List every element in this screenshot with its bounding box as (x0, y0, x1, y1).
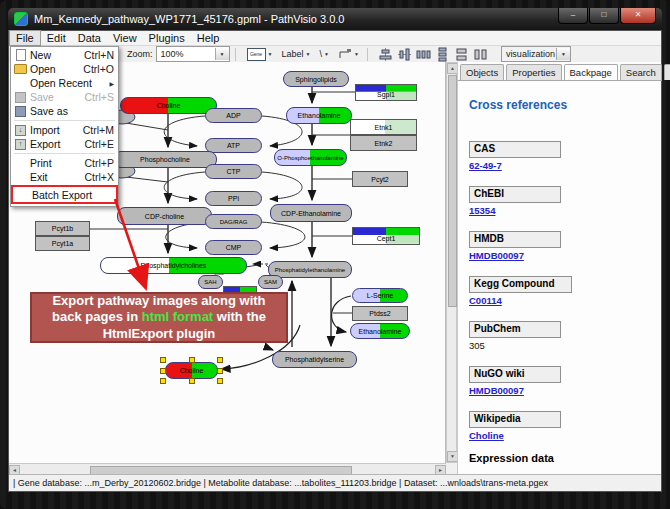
align-center-icon[interactable] (379, 48, 392, 61)
menu-item-label: Export (30, 138, 60, 150)
zoom-label: Zoom: (127, 49, 153, 59)
node-phosphatidylcholines[interactable]: Phosphatidylcholines (100, 257, 247, 274)
minimize-button[interactable]: – (558, 8, 588, 24)
chevron-down-icon: ▼ (268, 51, 273, 57)
menu-item-exit[interactable]: Exit Ctrl+X (11, 170, 118, 184)
node-sphingolipids[interactable]: Sphingolipids (283, 71, 349, 87)
selection-handle[interactable] (217, 368, 223, 374)
link-hmdb[interactable]: HMDB00097 (469, 250, 524, 261)
menu-item-batch-export[interactable]: Batch Export (11, 185, 118, 204)
maximize-button[interactable]: □ (589, 8, 619, 24)
label-icon: Label (281, 49, 303, 59)
node-sah[interactable]: SAH (198, 275, 223, 289)
dropdown-icon[interactable]: ▼ (215, 48, 229, 60)
node-adp[interactable]: ADP (205, 108, 262, 123)
menu-item-label: Print (30, 157, 52, 169)
add-label-button[interactable]: Label ▼ (278, 46, 313, 62)
align-middle-icon[interactable] (398, 48, 411, 61)
link-chebi[interactable]: 15354 (469, 205, 495, 216)
selection-handle[interactable] (189, 357, 195, 363)
menu-bar: File Edit Data View Plugins Help (9, 31, 661, 46)
menubar-help[interactable]: Help (191, 31, 226, 45)
node-cmp[interactable]: CMP (205, 240, 262, 255)
line-icon: \ (319, 49, 322, 59)
section-header-cas: CAS (469, 141, 561, 158)
section-header-hmdb: HMDB (469, 231, 561, 248)
section-header-pubchem: PubChem (469, 321, 561, 338)
zoom-select[interactable]: 100% ▼ (156, 46, 230, 62)
node-pcyt1a[interactable]: Pcyt1a (35, 236, 90, 251)
tab-properties[interactable]: Properties (506, 64, 561, 80)
selection-handle[interactable] (160, 378, 166, 384)
node-ethanolamine-upper[interactable]: Ethanolamine (286, 107, 352, 124)
node-phosphocholine[interactable]: Phosphocholine (113, 151, 217, 168)
node-ethanolamine-lower[interactable]: Ethanolamine (350, 323, 410, 339)
section-header-chebi: ChEBI (469, 186, 561, 203)
menu-item-save-as[interactable]: Save as (11, 104, 118, 118)
menu-item-import[interactable]: ↓ Import Ctrl+M (11, 123, 118, 137)
distribute-horizontal-icon[interactable] (417, 48, 430, 61)
node-pcyt2[interactable]: Pcyt2 (352, 171, 408, 187)
menu-item-new[interactable]: New Ctrl+N (11, 48, 118, 62)
link-nugo[interactable]: HMDB00097 (469, 385, 524, 396)
menu-item-label: Open Recent (30, 77, 92, 89)
link-cas[interactable]: 62-49-7 (469, 160, 502, 171)
menu-item-print[interactable]: Print Ctrl+P (11, 156, 118, 170)
node-phosphatidylethanolamine[interactable]: Phosphatidylethanolamine (268, 261, 352, 278)
datanode-icon: Gene (247, 48, 266, 61)
menu-item-open-recent[interactable]: Open Recent ▶ (11, 76, 118, 90)
dropdown-icon[interactable]: ▼ (556, 48, 570, 60)
menubar-data[interactable]: Data (72, 31, 107, 45)
horizontal-scrollbar[interactable]: ◄ ► (9, 463, 446, 474)
node-sam[interactable]: SAM (258, 275, 283, 289)
tab-objects[interactable]: Objects (460, 64, 504, 80)
vertical-scrollbar[interactable]: ▲ ▼ (446, 62, 457, 463)
node-etnk2[interactable]: Etnk2 (350, 135, 417, 151)
tab-backpage[interactable]: Backpage (564, 64, 618, 80)
node-pcyt1b[interactable]: Pcyt1b (35, 221, 90, 236)
save-disk-icon (13, 92, 28, 103)
node-phosphatidylserine[interactable]: Phosphatidylserine (272, 351, 357, 368)
tab-legend[interactable]: Legend (664, 64, 670, 80)
node-ppi[interactable]: PPi (205, 191, 262, 206)
node-cdp-ethanolamine[interactable]: CDP-Ethanolamine (270, 204, 352, 222)
menubar-plugins[interactable]: Plugins (143, 31, 191, 45)
distribute-vertical-icon[interactable] (436, 48, 449, 61)
stack-vertical-icon[interactable] (455, 48, 468, 61)
node-cdp-choline[interactable]: CDP-choline (117, 207, 212, 225)
visualization-select[interactable]: visualization ▼ (501, 46, 571, 62)
selection-handle[interactable] (160, 368, 166, 374)
node-dag-rag[interactable]: DAG/RAG (205, 214, 262, 229)
minimize-icon: – (571, 10, 575, 19)
node-choline-top[interactable]: Choline (120, 97, 217, 114)
menubar-edit[interactable]: Edit (41, 31, 72, 45)
node-atp[interactable]: ATP (205, 138, 262, 153)
node-ptdss2[interactable]: Ptdss2 (352, 306, 408, 321)
node-cept1[interactable]: Cept1 (352, 227, 420, 245)
selection-handle[interactable] (217, 357, 223, 363)
menu-item-export[interactable]: ↑ Export Ctrl+E (11, 137, 118, 151)
menubar-view[interactable]: View (107, 31, 143, 45)
node-l-serine[interactable]: L-Serine (352, 288, 408, 303)
node-o-phosphoethanolamine[interactable]: O-Phosphoethanolamine (274, 149, 347, 166)
link-kegg[interactable]: C00114 (469, 295, 502, 306)
menu-item-open[interactable]: Open Ctrl+O (11, 62, 118, 76)
stack-horizontal-icon[interactable] (474, 48, 487, 61)
menu-item-save[interactable]: Save Ctrl+S (11, 90, 118, 104)
selection-handle[interactable] (160, 357, 166, 363)
draw-line-button[interactable]: \ ▼ (316, 46, 331, 62)
menubar-file[interactable]: File (9, 30, 41, 46)
menu-item-label: Batch Export (32, 189, 92, 201)
add-datanode-button[interactable]: Gene ▼ (244, 46, 276, 62)
node-sgpl1[interactable]: Sgpl1 (355, 84, 417, 101)
title-bar[interactable]: Mm_Kennedy_pathway_WP1771_45176.gpml - P… (8, 8, 662, 30)
node-ctp[interactable]: CTP (205, 164, 262, 179)
tab-search[interactable]: Search (620, 64, 662, 80)
selection-handle[interactable] (189, 378, 195, 384)
draw-connector-button[interactable]: ▼ (335, 46, 362, 62)
selection-handle[interactable] (217, 378, 223, 384)
scrollbar-thumb[interactable] (448, 75, 457, 307)
link-wikipedia[interactable]: Choline (469, 430, 504, 441)
node-etnk1[interactable]: Etnk1 (350, 119, 417, 135)
close-button[interactable]: ✕ (620, 8, 656, 24)
